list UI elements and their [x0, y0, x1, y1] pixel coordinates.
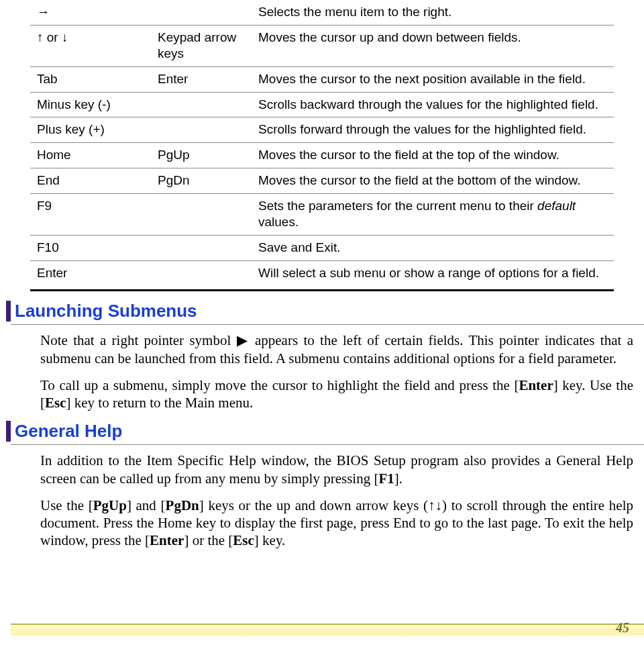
- cell-key: Minus key (-): [30, 92, 151, 117]
- key-label: F1: [378, 470, 394, 487]
- table-row: F9 Sets the parameters for the current m…: [30, 193, 614, 235]
- table-row: Minus key (-) Scrolls backward through t…: [30, 92, 614, 117]
- table-row: Enter Will select a sub menu or show a r…: [30, 260, 614, 285]
- key-label: Enter: [519, 377, 553, 393]
- cell-alt: [151, 235, 252, 260]
- section-heading-submenus: Launching Submenus: [6, 301, 644, 323]
- key-label: Esc: [233, 532, 254, 548]
- text: ] key to return to the Main menu.: [66, 395, 254, 411]
- cell-key: ↑ or ↓: [30, 25, 151, 66]
- heading-text: Launching Submenus: [15, 301, 197, 321]
- table-row: → Selects the menu item to the right.: [30, 0, 614, 25]
- cell-key: Home: [30, 143, 151, 168]
- paragraph: To call up a submenu, simply move the cu…: [40, 377, 633, 412]
- text: Use the [: [40, 497, 93, 513]
- page: → Selects the menu item to the right. ↑ …: [0, 0, 644, 645]
- table-row: F10 Save and Exit.: [30, 235, 614, 260]
- cell-desc: Selects the menu item to the right.: [252, 0, 614, 25]
- heading-text: General Help: [15, 421, 122, 442]
- section-divider: [11, 444, 644, 445]
- cell-desc: Scrolls forward through the values for t…: [252, 117, 614, 143]
- table-row: ↑ or ↓ Keypad arrow keys Moves the curso…: [30, 25, 614, 66]
- table-row: Tab Enter Moves the cursor to the next p…: [30, 67, 614, 93]
- cell-key: F9: [30, 193, 151, 235]
- table-row: End PgDn Moves the cursor to the field a…: [30, 168, 614, 193]
- text: To call up a submenu, simply move the cu…: [40, 377, 519, 393]
- paragraph: Note that a right pointer symbol ▶ appea…: [40, 332, 633, 367]
- cell-desc: Sets the parameters for the current menu…: [252, 193, 614, 235]
- key-table: → Selects the menu item to the right. ↑ …: [30, 0, 614, 285]
- table-border: [30, 289, 614, 291]
- section-divider: [11, 324, 644, 325]
- key-label: PgUp: [93, 497, 127, 513]
- text: ] and [: [127, 497, 166, 513]
- table-row: Home PgUp Moves the cursor to the field …: [30, 143, 614, 168]
- cell-key: Enter: [30, 260, 151, 285]
- cell-alt: [151, 0, 252, 25]
- table-row: Plus key (+) Scrolls forward through the…: [30, 117, 614, 143]
- cell-key: F10: [30, 235, 151, 260]
- key-label: Esc: [45, 395, 66, 411]
- cell-alt: Enter: [151, 67, 252, 93]
- cell-alt: PgUp: [151, 143, 252, 168]
- cell-key: Plus key (+): [30, 117, 151, 143]
- text: ] key.: [254, 532, 285, 548]
- cell-desc: Moves the cursor to the next position av…: [252, 67, 614, 93]
- text: Sets the parameters for the current menu…: [258, 199, 537, 213]
- text: ] or the [: [184, 532, 233, 548]
- italic-text: default: [537, 199, 576, 213]
- key-label: Enter: [150, 532, 184, 548]
- text: In addition to the Item Specific Help wi…: [40, 452, 633, 486]
- section-heading-general-help: General Help: [6, 421, 644, 443]
- cell-desc: Will select a sub menu or show a range o…: [252, 260, 614, 285]
- cell-desc: Save and Exit.: [252, 235, 614, 260]
- pointer-icon: ▶: [237, 332, 250, 348]
- paragraph: Use the [PgUp] and [PgDn] keys or the up…: [40, 497, 633, 550]
- cell-key: End: [30, 168, 151, 193]
- cell-alt: PgDn: [151, 168, 252, 193]
- cell-desc: Moves the cursor to the field at the top…: [252, 143, 614, 168]
- cell-key: →: [30, 0, 151, 25]
- page-footer: 45: [0, 624, 644, 636]
- cell-key: Tab: [30, 67, 151, 93]
- cell-alt: [151, 260, 252, 285]
- text: ].: [394, 470, 402, 487]
- cell-alt: [151, 92, 252, 117]
- cell-desc: Scrolls backward through the values for …: [252, 92, 614, 117]
- cell-desc: Moves the cursor up and down between fie…: [252, 25, 614, 66]
- text: Note that a right pointer symbol: [40, 332, 237, 348]
- footer-band: [11, 624, 644, 636]
- paragraph: In addition to the Item Specific Help wi…: [40, 452, 633, 487]
- key-label: PgDn: [166, 497, 199, 513]
- page-number: 45: [616, 620, 629, 636]
- cell-desc: Moves the cursor to the field at the bot…: [252, 168, 614, 193]
- text: values.: [258, 215, 299, 229]
- cell-alt: [151, 193, 252, 235]
- cell-alt: [151, 117, 252, 143]
- cell-alt: Keypad arrow keys: [151, 25, 252, 66]
